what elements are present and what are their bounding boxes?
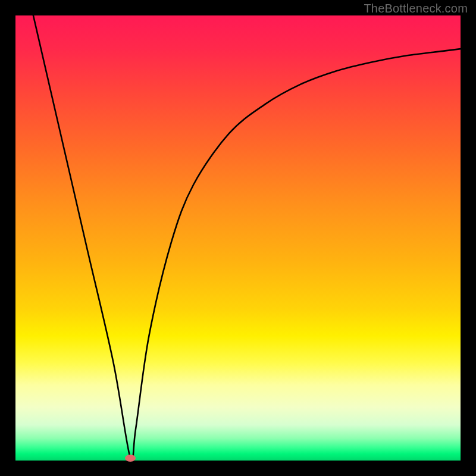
minimum-marker <box>125 455 136 462</box>
curve-path <box>33 15 461 461</box>
plot-frame <box>15 15 461 461</box>
watermark-text: TheBottleneck.com <box>364 2 468 15</box>
chart-stage: TheBottleneck.com <box>0 0 476 476</box>
bottleneck-curve <box>15 15 461 461</box>
